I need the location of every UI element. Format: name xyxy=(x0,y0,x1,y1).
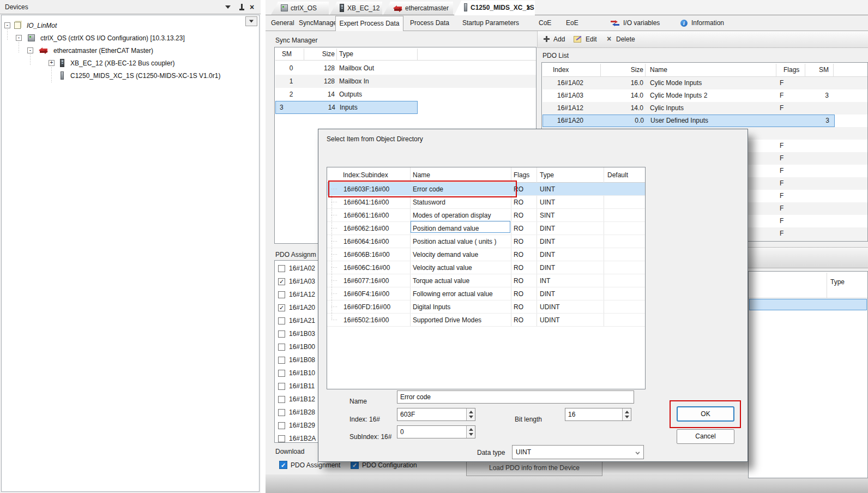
datatype-dropdown[interactable]: UINT xyxy=(512,445,644,459)
tab-process-data[interactable]: Process Data xyxy=(410,15,449,31)
load-pdo-info-button[interactable]: Load PDO info from the Device xyxy=(466,460,602,476)
tree-item-ctrlx-os[interactable]: - ctrlX_OS (ctrlX OS I/O Configuration) … xyxy=(2,32,258,44)
name-field[interactable] xyxy=(397,390,634,404)
checkbox[interactable] xyxy=(278,317,285,324)
tab-general[interactable]: General xyxy=(271,15,294,31)
object-row-7[interactable]: 16#6077:16#00 Torque actual value RO INT xyxy=(327,274,645,287)
checkbox[interactable] xyxy=(278,370,285,377)
doc-tab-ethercatmaster[interactable]: ethercatmaster xyxy=(383,2,453,15)
sync-row-1[interactable]: 1 128 Mailbox In xyxy=(275,75,536,88)
checkbox[interactable] xyxy=(278,435,285,442)
doc-tab-c1250-active[interactable]: C1250_MIDS_XC_1S × xyxy=(454,1,535,15)
tree-item-xb-ec-12[interactable]: + XB_EC_12 (XB-EC-12 Bus coupler) xyxy=(2,57,258,69)
spin-down-icon[interactable] xyxy=(625,416,629,418)
checkbox[interactable] xyxy=(278,396,285,403)
spinner-buttons[interactable] xyxy=(622,408,631,420)
index-input[interactable] xyxy=(397,408,466,420)
collapse-icon[interactable]: - xyxy=(27,47,33,53)
add-button[interactable]: Add xyxy=(553,31,565,47)
checkbox-checked[interactable]: ✓ xyxy=(278,304,285,311)
tab-coe[interactable]: CoE xyxy=(539,15,551,31)
column-divider[interactable] xyxy=(336,49,337,61)
index-spinner[interactable] xyxy=(397,408,475,421)
checkbox[interactable] xyxy=(278,383,285,390)
name-input[interactable] xyxy=(397,390,634,404)
tree-item-project[interactable]: - IO_LinMot xyxy=(2,20,258,32)
col-header-size[interactable]: Size xyxy=(596,63,643,77)
object-row-4[interactable]: 16#6064:16#00 Position actual value ( un… xyxy=(327,235,645,248)
panel-menu-icon[interactable] xyxy=(225,5,231,9)
sync-row-3-selected[interactable]: 3 14 Inputs xyxy=(275,101,418,114)
column-divider[interactable] xyxy=(827,273,827,298)
column-divider[interactable] xyxy=(833,64,834,76)
checkbox[interactable] xyxy=(278,330,285,338)
object-row-9[interactable]: 16#60FD:16#00 Digital Inputs RO UDINT xyxy=(327,300,645,314)
close-panel-icon[interactable]: × xyxy=(250,3,254,11)
col-header-sm[interactable]: SM xyxy=(282,47,292,61)
column-divider[interactable] xyxy=(805,64,805,76)
subindex-spinner[interactable] xyxy=(397,425,475,438)
col-header-name[interactable]: Name xyxy=(650,63,667,77)
col-header-index[interactable]: Index xyxy=(553,63,569,77)
checkbox-checked[interactable]: ✓ xyxy=(278,278,285,285)
collapse-icon[interactable]: - xyxy=(16,35,22,41)
col-header-default[interactable]: Default xyxy=(607,167,628,183)
column-divider[interactable] xyxy=(304,49,304,61)
col-header-type[interactable]: Type xyxy=(830,278,845,286)
spinner-buttons[interactable] xyxy=(466,426,475,438)
col-header-size[interactable]: Size xyxy=(304,47,335,61)
object-row-10[interactable]: 16#6502:16#00 Supported Drive Modes RO U… xyxy=(327,314,645,327)
spin-down-icon[interactable] xyxy=(469,416,473,418)
object-row-6[interactable]: 16#606C:16#00 Velocity actual value RO D… xyxy=(327,261,645,274)
collapse-icon[interactable]: - xyxy=(4,22,10,28)
delete-button[interactable]: Delete xyxy=(616,31,635,47)
pdo-row-2[interactable]: 16#1A12 14.0 Cylic Inputs F xyxy=(542,102,867,115)
expand-icon[interactable]: + xyxy=(49,60,55,66)
object-row-2[interactable]: 16#6061:16#00 Modes of operation display… xyxy=(327,209,645,222)
tab-eoe[interactable]: EoE xyxy=(566,15,578,31)
checkbox[interactable] xyxy=(278,357,285,364)
column-divider[interactable] xyxy=(600,64,601,76)
bitlength-input[interactable] xyxy=(565,408,622,420)
col-header-sm[interactable]: SM xyxy=(812,63,829,77)
spin-up-icon[interactable] xyxy=(469,428,473,431)
col-header-type[interactable]: Type xyxy=(540,167,554,183)
tab-syncmanager[interactable]: SyncManager xyxy=(299,15,339,31)
column-divider[interactable] xyxy=(645,64,646,76)
checkbox-checked[interactable]: ✓ xyxy=(279,461,287,469)
spin-up-icon[interactable] xyxy=(469,411,473,413)
tab-expert-process-data-active[interactable]: Expert Process Data xyxy=(335,16,403,31)
pdo-row-3-selected[interactable]: 16#1A20 0.0 User Defined Inputs 3 xyxy=(542,115,835,127)
doc-tab-xb-ec-12[interactable]: XB_EC_12 xyxy=(330,2,382,15)
sync-row-0[interactable]: 0 128 Mailbox Out xyxy=(275,62,536,75)
col-header-type[interactable]: Type xyxy=(339,47,353,61)
tab-io-variables[interactable]: I/O variables xyxy=(623,15,660,31)
cancel-button[interactable]: Cancel xyxy=(677,429,734,444)
tree-item-ethercatmaster[interactable]: - ethercatmaster (EtherCAT Master) xyxy=(2,45,258,57)
spinner-buttons[interactable] xyxy=(466,408,475,420)
object-row-5[interactable]: 16#606B:16#00 Velocity demand value RO D… xyxy=(327,248,645,261)
selected-empty-row[interactable] xyxy=(749,299,867,310)
tree-item-c1250[interactable]: C1250_MIDS_XC_1S (C1250-MIDS-XC-1S V1.0r… xyxy=(2,70,258,82)
object-row-8[interactable]: 16#60F4:16#00 Following error actual val… xyxy=(327,287,645,300)
checkbox[interactable] xyxy=(278,422,285,429)
tab-startup-parameters[interactable]: Startup Parameters xyxy=(462,15,519,31)
checkbox[interactable] xyxy=(278,265,285,272)
pdo-row-1[interactable]: 16#1A03 14.0 Cylic Mode Inputs 2 F 3 xyxy=(542,89,867,102)
bitlength-spinner[interactable] xyxy=(565,408,631,421)
checkbox[interactable] xyxy=(278,409,285,416)
pdo-row-0[interactable]: 16#1A02 16.0 Cylic Mode Inputs F xyxy=(542,77,867,89)
checkbox[interactable] xyxy=(278,291,285,298)
pin-icon[interactable] xyxy=(239,3,245,11)
close-tab-icon[interactable]: × xyxy=(527,1,531,15)
tab-information[interactable]: Information xyxy=(691,15,724,31)
col-header-flags[interactable]: Flags xyxy=(783,63,799,77)
column-divider[interactable] xyxy=(417,49,418,61)
doc-tab-ctrlx-os[interactable]: ctrlX_OS xyxy=(271,2,329,15)
sync-row-2[interactable]: 2 14 Outputs xyxy=(275,88,536,101)
column-divider[interactable] xyxy=(776,64,776,76)
object-row-1[interactable]: 16#6041:16#00 Statusword RO UINT xyxy=(327,196,645,209)
spin-down-icon[interactable] xyxy=(469,433,473,436)
checkbox-checked[interactable]: ✓ xyxy=(351,461,359,469)
spin-up-icon[interactable] xyxy=(625,411,629,413)
